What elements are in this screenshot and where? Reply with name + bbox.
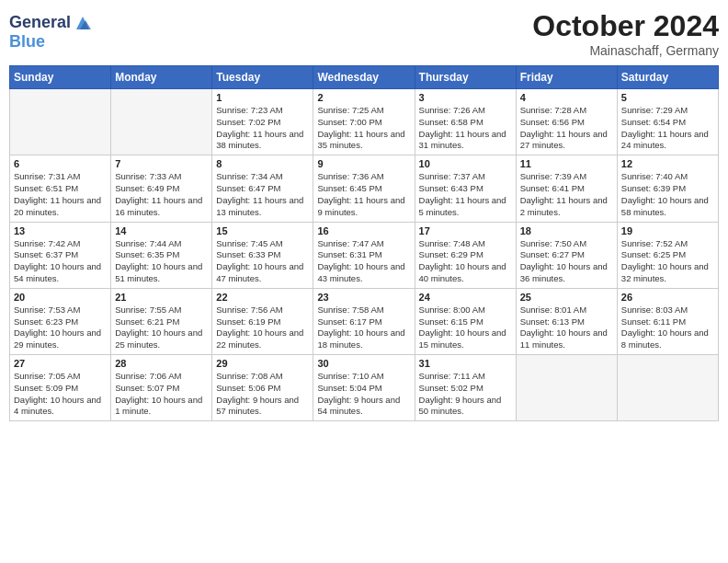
- weekday-header-friday: Friday: [516, 66, 617, 89]
- day-number: 17: [419, 225, 512, 236]
- day-info: Sunrise: 7:58 AM Sunset: 6:17 PM Dayligh…: [317, 304, 410, 351]
- day-info: Sunrise: 8:03 AM Sunset: 6:11 PM Dayligh…: [621, 304, 714, 351]
- day-cell: 3Sunrise: 7:26 AM Sunset: 6:58 PM Daylig…: [415, 89, 516, 155]
- title-block: October 2024 Mainaschaff, Germany: [532, 9, 719, 58]
- day-cell: 12Sunrise: 7:40 AM Sunset: 6:39 PM Dayli…: [617, 155, 718, 222]
- day-cell: 14Sunrise: 7:44 AM Sunset: 6:35 PM Dayli…: [111, 222, 212, 288]
- day-number: 24: [419, 292, 512, 303]
- day-number: 28: [115, 358, 208, 369]
- day-number: 13: [14, 225, 107, 236]
- logo-blue: Blue: [9, 32, 45, 51]
- week-row-3: 20Sunrise: 7:53 AM Sunset: 6:23 PM Dayli…: [10, 288, 719, 354]
- day-info: Sunrise: 7:10 AM Sunset: 5:04 PM Dayligh…: [317, 371, 410, 418]
- day-number: 27: [14, 358, 107, 369]
- day-cell: 4Sunrise: 7:28 AM Sunset: 6:56 PM Daylig…: [516, 89, 617, 155]
- day-number: 3: [419, 92, 512, 103]
- day-cell: 9Sunrise: 7:36 AM Sunset: 6:45 PM Daylig…: [313, 155, 415, 222]
- day-info: Sunrise: 7:44 AM Sunset: 6:35 PM Dayligh…: [115, 238, 208, 285]
- day-cell: 13Sunrise: 7:42 AM Sunset: 6:37 PM Dayli…: [10, 222, 111, 288]
- day-info: Sunrise: 7:45 AM Sunset: 6:33 PM Dayligh…: [216, 238, 309, 285]
- location: Mainaschaff, Germany: [532, 43, 719, 58]
- day-info: Sunrise: 7:37 AM Sunset: 6:43 PM Dayligh…: [419, 171, 512, 218]
- week-row-4: 27Sunrise: 7:05 AM Sunset: 5:09 PM Dayli…: [10, 355, 719, 421]
- day-info: Sunrise: 7:05 AM Sunset: 5:09 PM Dayligh…: [14, 371, 107, 418]
- day-cell: 23Sunrise: 7:58 AM Sunset: 6:17 PM Dayli…: [313, 288, 415, 354]
- day-number: 29: [216, 358, 309, 369]
- day-info: Sunrise: 7:29 AM Sunset: 6:54 PM Dayligh…: [621, 105, 714, 152]
- week-row-0: 1Sunrise: 7:23 AM Sunset: 7:02 PM Daylig…: [10, 89, 719, 155]
- day-info: Sunrise: 7:39 AM Sunset: 6:41 PM Dayligh…: [520, 171, 613, 218]
- day-info: Sunrise: 7:40 AM Sunset: 6:39 PM Dayligh…: [621, 171, 714, 218]
- day-cell: 20Sunrise: 7:53 AM Sunset: 6:23 PM Dayli…: [10, 288, 111, 354]
- day-cell: 18Sunrise: 7:50 AM Sunset: 6:27 PM Dayli…: [516, 222, 617, 288]
- day-number: 9: [317, 158, 410, 169]
- day-info: Sunrise: 7:56 AM Sunset: 6:19 PM Dayligh…: [216, 304, 309, 351]
- day-number: 23: [317, 292, 410, 303]
- day-cell: [617, 355, 718, 421]
- day-cell: 16Sunrise: 7:47 AM Sunset: 6:31 PM Dayli…: [313, 222, 415, 288]
- day-info: Sunrise: 7:50 AM Sunset: 6:27 PM Dayligh…: [520, 238, 613, 285]
- day-cell: 29Sunrise: 7:08 AM Sunset: 5:06 PM Dayli…: [212, 355, 313, 421]
- day-cell: [10, 89, 111, 155]
- day-number: 8: [216, 158, 309, 169]
- day-cell: 22Sunrise: 7:56 AM Sunset: 6:19 PM Dayli…: [212, 288, 313, 354]
- week-row-1: 6Sunrise: 7:31 AM Sunset: 6:51 PM Daylig…: [10, 155, 719, 222]
- weekday-header-monday: Monday: [111, 66, 212, 89]
- day-info: Sunrise: 7:48 AM Sunset: 6:29 PM Dayligh…: [419, 238, 512, 285]
- day-info: Sunrise: 7:28 AM Sunset: 6:56 PM Dayligh…: [520, 105, 613, 152]
- month-year: October 2024: [532, 9, 719, 43]
- day-cell: 19Sunrise: 7:52 AM Sunset: 6:25 PM Dayli…: [617, 222, 718, 288]
- day-cell: 2Sunrise: 7:25 AM Sunset: 7:00 PM Daylig…: [313, 89, 415, 155]
- day-number: 21: [115, 292, 208, 303]
- day-number: 14: [115, 225, 208, 236]
- weekday-header-wednesday: Wednesday: [313, 66, 415, 89]
- weekday-header-thursday: Thursday: [415, 66, 516, 89]
- day-cell: 27Sunrise: 7:05 AM Sunset: 5:09 PM Dayli…: [10, 355, 111, 421]
- day-number: 18: [520, 225, 613, 236]
- day-cell: 26Sunrise: 8:03 AM Sunset: 6:11 PM Dayli…: [617, 288, 718, 354]
- day-info: Sunrise: 7:33 AM Sunset: 6:49 PM Dayligh…: [115, 171, 208, 218]
- day-info: Sunrise: 7:08 AM Sunset: 5:06 PM Dayligh…: [216, 371, 309, 418]
- day-info: Sunrise: 8:01 AM Sunset: 6:13 PM Dayligh…: [520, 304, 613, 351]
- day-number: 12: [621, 158, 714, 169]
- weekday-header-tuesday: Tuesday: [212, 66, 313, 89]
- day-cell: 21Sunrise: 7:55 AM Sunset: 6:21 PM Dayli…: [111, 288, 212, 354]
- day-cell: [111, 89, 212, 155]
- day-number: 7: [115, 158, 208, 169]
- day-number: 4: [520, 92, 613, 103]
- day-cell: 31Sunrise: 7:11 AM Sunset: 5:02 PM Dayli…: [415, 355, 516, 421]
- day-cell: 17Sunrise: 7:48 AM Sunset: 6:29 PM Dayli…: [415, 222, 516, 288]
- day-info: Sunrise: 7:53 AM Sunset: 6:23 PM Dayligh…: [14, 304, 107, 351]
- day-info: Sunrise: 7:06 AM Sunset: 5:07 PM Dayligh…: [115, 371, 208, 418]
- day-number: 31: [419, 358, 512, 369]
- day-info: Sunrise: 7:42 AM Sunset: 6:37 PM Dayligh…: [14, 238, 107, 285]
- day-cell: 25Sunrise: 8:01 AM Sunset: 6:13 PM Dayli…: [516, 288, 617, 354]
- day-info: Sunrise: 7:31 AM Sunset: 6:51 PM Dayligh…: [14, 171, 107, 218]
- day-number: 11: [520, 158, 613, 169]
- logo: General Blue: [9, 9, 93, 52]
- day-number: 1: [216, 92, 309, 103]
- day-number: 10: [419, 158, 512, 169]
- weekday-header-saturday: Saturday: [617, 66, 718, 89]
- day-number: 6: [14, 158, 107, 169]
- day-info: Sunrise: 7:25 AM Sunset: 7:00 PM Dayligh…: [317, 105, 410, 152]
- day-info: Sunrise: 7:34 AM Sunset: 6:47 PM Dayligh…: [216, 171, 309, 218]
- logo-icon: [73, 13, 93, 33]
- day-number: 26: [621, 292, 714, 303]
- day-number: 2: [317, 92, 410, 103]
- day-number: 19: [621, 225, 714, 236]
- page-header: General Blue October 2024 Mainaschaff, G…: [9, 9, 719, 58]
- day-cell: 30Sunrise: 7:10 AM Sunset: 5:04 PM Dayli…: [313, 355, 415, 421]
- day-cell: [516, 355, 617, 421]
- day-number: 25: [520, 292, 613, 303]
- day-cell: 8Sunrise: 7:34 AM Sunset: 6:47 PM Daylig…: [212, 155, 313, 222]
- weekday-header-sunday: Sunday: [10, 66, 111, 89]
- day-info: Sunrise: 7:47 AM Sunset: 6:31 PM Dayligh…: [317, 238, 410, 285]
- day-info: Sunrise: 7:26 AM Sunset: 6:58 PM Dayligh…: [419, 105, 512, 152]
- day-cell: 6Sunrise: 7:31 AM Sunset: 6:51 PM Daylig…: [10, 155, 111, 222]
- day-number: 5: [621, 92, 714, 103]
- day-info: Sunrise: 7:23 AM Sunset: 7:02 PM Dayligh…: [216, 105, 309, 152]
- day-number: 16: [317, 225, 410, 236]
- weekday-header-row: SundayMondayTuesdayWednesdayThursdayFrid…: [10, 66, 719, 89]
- day-cell: 28Sunrise: 7:06 AM Sunset: 5:07 PM Dayli…: [111, 355, 212, 421]
